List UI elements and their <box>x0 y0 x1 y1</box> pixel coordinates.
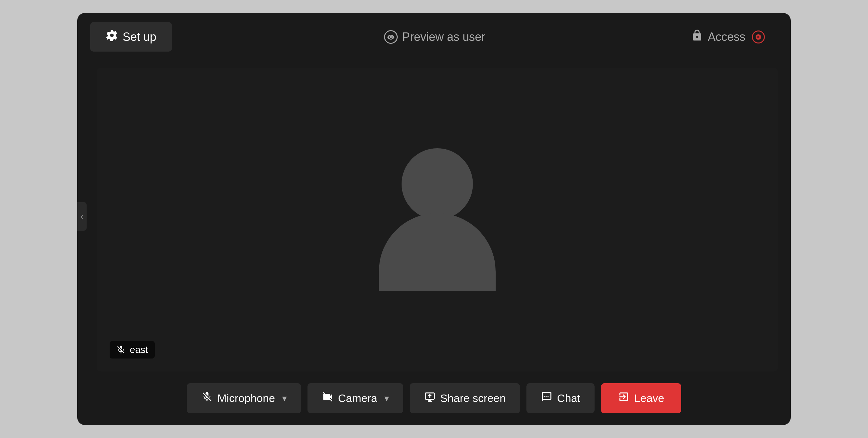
preview-label: Preview as user <box>402 30 485 44</box>
chat-label: Chat <box>557 392 580 405</box>
avatar-placeholder <box>379 148 496 291</box>
preview-icon <box>384 30 398 44</box>
user-name: east <box>130 344 148 355</box>
preview-button[interactable]: Preview as user <box>191 23 678 51</box>
main-content: ‹ east <box>77 61 791 372</box>
microphone-icon <box>201 391 213 406</box>
camera-button[interactable]: Camera ▾ <box>308 383 403 413</box>
chat-button[interactable]: Chat <box>526 383 595 413</box>
top-bar: Set up Preview as user Access <box>77 13 791 61</box>
leave-label: Leave <box>634 392 664 405</box>
access-label: Access <box>708 30 745 44</box>
share-screen-label: Share screen <box>440 392 506 405</box>
gear-icon <box>106 29 118 44</box>
app-container: Set up Preview as user Access <box>77 13 791 425</box>
microphone-chevron-icon[interactable]: ▾ <box>282 393 287 404</box>
video-area: east <box>97 68 778 372</box>
leave-button[interactable]: Leave <box>601 383 681 413</box>
user-label: east <box>110 341 155 358</box>
setup-button[interactable]: Set up <box>90 22 172 52</box>
svg-point-0 <box>390 36 392 38</box>
share-screen-icon <box>424 391 436 406</box>
avatar-head <box>402 148 473 220</box>
microphone-button[interactable]: Microphone ▾ <box>187 383 301 413</box>
share-screen-button[interactable]: Share screen <box>410 383 520 413</box>
toolbar: Microphone ▾ Camera ▾ Share screen <box>77 372 791 425</box>
leave-icon <box>618 391 629 406</box>
microphone-label: Microphone <box>217 392 275 405</box>
avatar-body <box>379 213 496 291</box>
muted-mic-icon <box>116 345 126 355</box>
camera-chevron-icon[interactable]: ▾ <box>384 393 389 404</box>
setup-label: Set up <box>123 30 156 44</box>
access-button[interactable]: Access <box>678 22 778 52</box>
access-cancel-icon <box>752 31 765 43</box>
camera-label: Camera <box>338 392 377 405</box>
sidebar-collapse-button[interactable]: ‹ <box>77 202 87 231</box>
lock-icon <box>691 29 703 44</box>
chat-icon <box>541 391 552 406</box>
camera-icon <box>322 391 334 406</box>
